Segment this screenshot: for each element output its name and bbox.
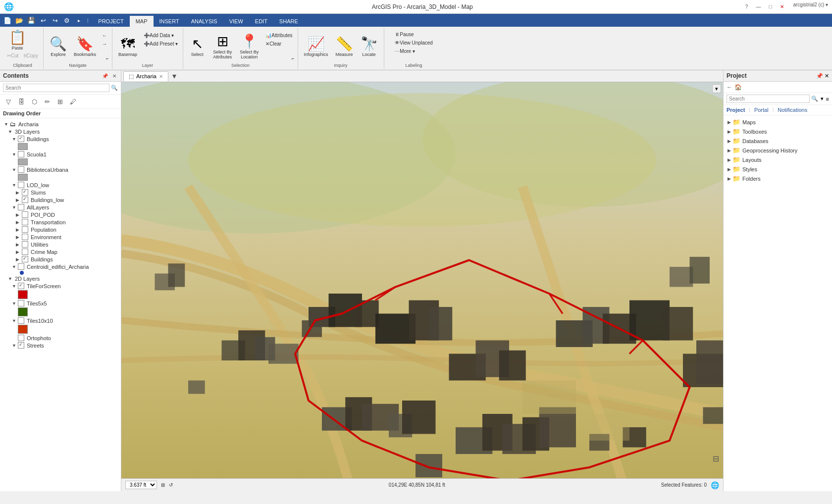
tree-item-lodlow[interactable]: ▼ LOD_low xyxy=(0,181,121,189)
bookmarks-button[interactable]: 🔖 Bookmarks xyxy=(71,30,99,64)
project-nav-back[interactable]: ← xyxy=(727,84,732,91)
tree-item-poipod[interactable]: ▶ POI_POD xyxy=(0,211,121,218)
proj-item-folders[interactable]: ▶ 📁 Folders xyxy=(724,174,832,183)
project-link-notifications[interactable]: Notifications xyxy=(778,107,807,113)
tree-item-slums[interactable]: ▶ Slums xyxy=(0,189,121,196)
tab-view[interactable]: VIEW xyxy=(223,16,249,27)
tab-map[interactable]: MAP xyxy=(130,16,154,27)
infographics-button[interactable]: 📈 Infographics xyxy=(301,30,331,64)
pen-icon[interactable]: 🖊 xyxy=(67,96,78,107)
tree-item-tiles5x5[interactable]: ▼ Tiles5x5 xyxy=(0,300,121,307)
transportation-checkbox[interactable] xyxy=(22,219,28,225)
filter-icon[interactable]: ▽ xyxy=(3,96,14,107)
utilities-checkbox[interactable] xyxy=(22,241,28,248)
project-search-input[interactable] xyxy=(727,95,810,103)
maximize-button[interactable]: □ xyxy=(765,2,775,12)
project-link-project[interactable]: Project xyxy=(727,107,745,113)
qat-run[interactable]: ▸ xyxy=(73,15,84,26)
tab-insert[interactable]: INSERT xyxy=(154,16,185,27)
tab-project[interactable]: PROJECT xyxy=(92,16,129,27)
nav-forward-button[interactable]: → xyxy=(100,40,109,48)
proj-item-databases[interactable]: ▶ 📁 Databases xyxy=(724,136,832,146)
qat-open[interactable]: 📂 xyxy=(14,15,25,26)
tree-item-buildings-low[interactable]: ▶ Buildings_low xyxy=(0,196,121,203)
buildings-low-checkbox[interactable] xyxy=(22,197,28,203)
tree-item-tileforscreen[interactable]: ▼ TileForScreen xyxy=(0,282,121,290)
tiles5x5-checkbox[interactable] xyxy=(18,300,24,306)
lodlow-checkbox[interactable] xyxy=(18,182,24,188)
tree-item-buildings2[interactable]: ▶ Buildings xyxy=(0,255,121,263)
qat-redo[interactable]: ↪ xyxy=(50,15,60,26)
map-nav-icon[interactable]: ⊞ xyxy=(161,482,165,488)
project-search-icon[interactable]: 🔍 xyxy=(811,96,818,102)
tree-item-alllayers[interactable]: ▼ AllLayers xyxy=(0,203,121,211)
proj-item-toolboxes[interactable]: ▶ 📁 Toolboxes xyxy=(724,127,832,136)
attributes-button[interactable]: 📊 Attributes xyxy=(263,32,294,39)
add-preset-button[interactable]: ➕ Add Preset ▾ xyxy=(142,40,180,48)
qat-new[interactable]: 📄 xyxy=(2,15,13,26)
population-checkbox[interactable] xyxy=(22,226,28,233)
project-pin-button[interactable]: 📌 xyxy=(816,73,823,79)
project-close-button[interactable]: ✕ xyxy=(825,73,829,79)
contents-close-button[interactable]: ✕ xyxy=(111,73,118,79)
tree-item-crimemap[interactable]: ▶ Crime Map xyxy=(0,248,121,255)
tree-item-biblioteca[interactable]: ▼ BibliotecaUrbana xyxy=(0,166,121,173)
nav-back-button[interactable]: ← xyxy=(100,32,109,39)
measure-button[interactable]: 📏 Measure xyxy=(333,30,356,64)
user-account[interactable]: arcgistrial2 (c) ▾ xyxy=(793,2,828,12)
map-collapse-btn[interactable]: ▾ xyxy=(172,71,176,81)
database-icon[interactable]: 🗄 xyxy=(16,96,27,107)
map-collapse-panel-btn[interactable]: ▾ xyxy=(712,84,721,93)
poipod-checkbox[interactable] xyxy=(22,211,28,218)
paste-button[interactable]: 📋 Paste xyxy=(5,30,30,51)
navigate-expand[interactable]: ⌐ xyxy=(104,55,111,62)
tree-item-streets[interactable]: ▼ Streets xyxy=(0,342,121,349)
tree-item-tiles10x10[interactable]: ▼ Tiles10x10 xyxy=(0,317,121,324)
pencil-icon[interactable]: ✏ xyxy=(42,96,52,107)
tree-item-scuola1[interactable]: ▼ Scuola1 xyxy=(0,151,121,158)
contents-search-input[interactable] xyxy=(3,84,109,92)
tree-item-ortophoto[interactable]: Ortophoto xyxy=(0,334,121,342)
proj-item-maps[interactable]: ▶ 📁 Maps xyxy=(724,117,832,127)
map-canvas[interactable]: ▾ ⊟ xyxy=(121,82,723,478)
streets-checkbox[interactable] xyxy=(18,342,24,349)
tree-item-3dlayers[interactable]: ▼ 3D Layers xyxy=(0,128,121,135)
tree-item-buildings[interactable]: ▼ Buildings xyxy=(0,135,121,143)
tab-edit[interactable]: EDIT xyxy=(249,16,273,27)
cut-button[interactable]: ✂ Cut xyxy=(5,52,21,59)
proj-item-layouts[interactable]: ▶ 📁 Layouts xyxy=(724,155,832,164)
explore-button[interactable]: 🔍 Explore xyxy=(47,30,70,64)
clear-button[interactable]: ✕ Clear xyxy=(263,40,294,48)
qat-save[interactable]: 💾 xyxy=(26,15,37,26)
project-search-options[interactable]: ▾ xyxy=(821,96,824,102)
select-button[interactable]: ↖ Select xyxy=(186,30,208,64)
project-nav-home[interactable]: 🏠 xyxy=(734,84,742,91)
tree-item-archaria[interactable]: ▼ 🗂 Archaria xyxy=(0,120,121,128)
tree-item-transportation[interactable]: ▶ Transportation xyxy=(0,218,121,226)
proj-item-geoprocessing[interactable]: ▶ 📁 Geoprocessing History xyxy=(724,146,832,155)
qat-undo[interactable]: ↩ xyxy=(38,15,49,26)
tree-item-environment[interactable]: ▶ Environment xyxy=(0,233,121,241)
minimize-button[interactable]: — xyxy=(753,2,763,12)
crimemap-checkbox[interactable] xyxy=(22,249,28,255)
map-tab-close[interactable]: ✕ xyxy=(159,74,163,79)
map-tab-archaria[interactable]: ⬚ Archaria ✕ xyxy=(123,71,168,81)
contents-pin-button[interactable]: 📌 xyxy=(101,73,109,79)
locate-button[interactable]: 🔭 Locate xyxy=(358,30,381,64)
scuola1-checkbox[interactable] xyxy=(18,151,24,157)
environment-checkbox[interactable] xyxy=(22,234,28,240)
centroidi-checkbox[interactable] xyxy=(18,263,24,270)
scale-select[interactable]: 3.637 ft xyxy=(125,481,157,489)
map-rotate-icon[interactable]: ↺ xyxy=(169,482,173,488)
tab-share[interactable]: SHARE xyxy=(273,16,304,27)
tree-item-2dlayers[interactable]: ▼ 2D Layers xyxy=(0,275,121,282)
buildings2-checkbox[interactable] xyxy=(22,256,28,262)
view-unplaced-button[interactable]: 👁 View Unplaced xyxy=(393,39,435,47)
tiles10x10-checkbox[interactable] xyxy=(18,317,24,324)
copy-button[interactable]: ⎘ Copy xyxy=(22,52,40,59)
tree-item-population[interactable]: ▶ Population xyxy=(0,226,121,233)
tree-item-utilities[interactable]: ▶ Utilities xyxy=(0,241,121,248)
selection-expand[interactable]: ⌐ xyxy=(290,55,297,62)
buildings-checkbox[interactable] xyxy=(18,136,24,142)
add-data-button[interactable]: ➕ Add Data ▾ xyxy=(142,32,180,39)
